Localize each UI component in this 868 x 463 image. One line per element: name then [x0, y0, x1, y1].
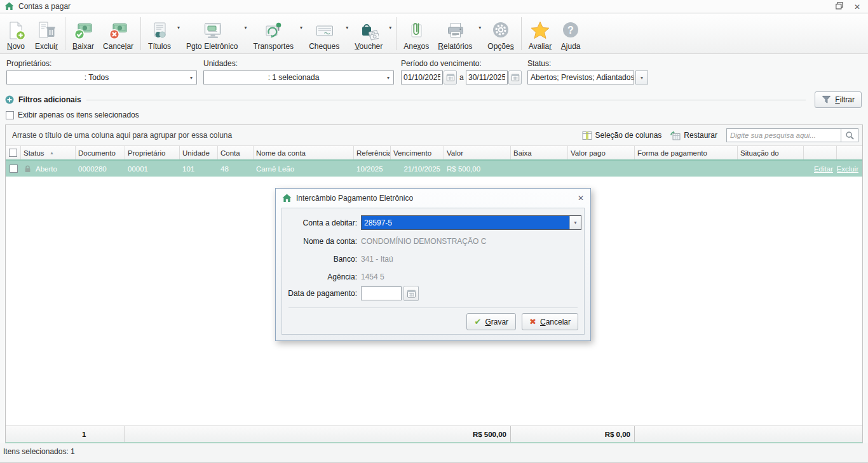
- novo-button[interactable]: Novo: [1, 14, 31, 53]
- data-pagamento-input[interactable]: [361, 286, 402, 300]
- column-header-documento[interactable]: Documento: [76, 146, 125, 159]
- conta-debitar-combobox[interactable]: 28597-5 ▾: [361, 215, 581, 230]
- status-dropdown-arrow[interactable]: ▾: [635, 70, 648, 84]
- voucher-dropdown-arrow[interactable]: ▾: [387, 14, 393, 41]
- calendar-icon[interactable]: [403, 286, 419, 301]
- transportes-icon: [263, 20, 283, 41]
- relatorios-button[interactable]: Relatórios: [433, 14, 477, 53]
- voucher-button[interactable]: Voucher: [350, 14, 387, 53]
- printer-icon: [445, 20, 465, 41]
- dialog-cancelar-button[interactable]: ✖ Cancelar: [522, 313, 578, 330]
- pgto-eletronico-dropdown-arrow[interactable]: ▾: [243, 14, 249, 41]
- show-selected-row: Exibir apenas os itens selecionados: [6, 109, 139, 121]
- unidades-combobox[interactable]: : 1 selecionada ▾: [203, 70, 394, 84]
- cheques-dropdown-arrow[interactable]: ▾: [344, 14, 350, 41]
- excluir-link[interactable]: Excluir: [837, 165, 858, 173]
- column-header-conta[interactable]: Conta: [218, 146, 254, 159]
- svg-text:?: ?: [567, 25, 574, 36]
- row-baixa: [511, 161, 568, 177]
- row-proprietario: 00001: [125, 161, 180, 177]
- search-icon[interactable]: [841, 129, 858, 142]
- toolbar-separator: [140, 17, 141, 50]
- home-icon: [282, 194, 292, 203]
- exibir-selecionados-checkbox[interactable]: [6, 111, 14, 119]
- new-page-icon: [6, 20, 26, 41]
- restore-window-button[interactable]: [836, 2, 843, 11]
- column-header-unidade[interactable]: Unidade: [180, 146, 218, 159]
- column-header-excluir: [837, 146, 862, 159]
- ajuda-button[interactable]: ? Ajuda: [556, 14, 585, 53]
- calendar-icon[interactable]: [508, 70, 522, 84]
- help-icon: ?: [560, 20, 581, 41]
- conta-debitar-label: Conta a debitar:: [282, 218, 357, 227]
- dialog-close-button[interactable]: ✕: [578, 194, 584, 203]
- titulos-dropdown-arrow[interactable]: ▾: [175, 14, 182, 41]
- column-header-nome-conta[interactable]: Nome da conta: [254, 146, 354, 159]
- grid-search-input[interactable]: [727, 129, 841, 142]
- dialog-body: Conta a debitar: 28597-5 ▾ Nome da conta…: [281, 208, 585, 335]
- group-by-bar[interactable]: Arraste o título de uma coluna aqui para…: [6, 125, 862, 146]
- periodo-conjunction: a: [459, 73, 464, 82]
- column-header-status[interactable]: Status▴: [21, 146, 76, 159]
- column-header-referencia[interactable]: Referência: [354, 146, 391, 159]
- avaliar-button[interactable]: Avaliar: [524, 14, 556, 53]
- column-header-baixa[interactable]: Baixa: [511, 146, 568, 159]
- select-all-checkbox[interactable]: [9, 149, 17, 157]
- banco-value: 341 - Itaú: [361, 255, 393, 264]
- column-header-vencimento[interactable]: Vencimento: [391, 146, 444, 159]
- delete-page-icon: [36, 20, 57, 41]
- filters-panel: Proprietários: : Todos ▾ Unidades: : 1 s…: [0, 55, 868, 93]
- periodo-ate-input[interactable]: [466, 70, 508, 84]
- row-situacao: [738, 161, 804, 177]
- gravar-button[interactable]: ✔ Gravar: [466, 313, 516, 330]
- filtros-adicionais-row: Filtros adicionais Filtrar: [5, 91, 862, 108]
- proprietarios-combobox[interactable]: : Todos ▾: [6, 70, 197, 84]
- row-checkbox[interactable]: [10, 164, 18, 173]
- periodo-de-input[interactable]: [401, 70, 443, 84]
- home-icon: [4, 2, 14, 11]
- exibir-selecionados-label: Exibir apenas os itens selecionados: [18, 111, 139, 119]
- cheques-button[interactable]: Cheques: [304, 14, 344, 53]
- expand-plus-icon[interactable]: [5, 95, 14, 104]
- transportes-button[interactable]: Transportes: [249, 14, 299, 53]
- row-documento: 0000280: [76, 161, 125, 177]
- row-valor-pago: [568, 161, 635, 177]
- titulos-button[interactable]: Títulos: [144, 14, 175, 53]
- calendar-icon[interactable]: [444, 70, 457, 84]
- grid-totals-row: 1 R$ 500,00 R$ 0,00: [6, 426, 862, 442]
- column-header-forma-pagamento[interactable]: Forma de pagamento: [635, 146, 738, 159]
- app-window: Contas a pagar ✕ Novo Excluir Baixar Can…: [0, 0, 868, 463]
- chevron-down-icon: ▾: [569, 216, 581, 229]
- row-vencimento: 21/10/2025: [391, 161, 444, 177]
- column-header-proprietario[interactable]: Proprietário: [125, 146, 180, 159]
- pgto-eletronico-button[interactable]: Pgto Eletrônico: [182, 14, 242, 53]
- cancelar-button[interactable]: Cancelar: [98, 14, 138, 53]
- anexos-button[interactable]: Anexos: [399, 14, 433, 53]
- restore-layout-button[interactable]: Restaurar: [670, 131, 717, 140]
- pay-check-icon: [73, 20, 93, 41]
- dialog-intercambio-pagamento: Intercâmbio Pagamento Eletrônico ✕ Conta…: [275, 188, 591, 341]
- transportes-dropdown-arrow[interactable]: ▾: [298, 14, 304, 41]
- column-chooser-button[interactable]: Seleção de colunas: [582, 131, 662, 140]
- column-header-situacao[interactable]: Situação do: [738, 146, 804, 159]
- relatorios-dropdown-arrow[interactable]: ▾: [477, 14, 483, 41]
- voucher-icon: [358, 20, 379, 41]
- filtros-adicionais-label[interactable]: Filtros adicionais: [18, 95, 81, 104]
- row-nome-conta: Carnê Leão: [254, 161, 354, 177]
- status-combobox[interactable]: Abertos; Previstos; Adiantados: [527, 70, 634, 84]
- grid-header-row: Status▴ Documento Proprietário Unidade C…: [6, 146, 862, 161]
- electronic-payment-icon: [202, 20, 222, 41]
- dialog-title-bar[interactable]: Intercâmbio Pagamento Eletrônico ✕: [276, 189, 590, 208]
- row-forma-pagamento: [635, 161, 738, 177]
- table-row-selected[interactable]: Aberto 0000280 00001 101 48 Carnê Leão 1…: [6, 161, 862, 177]
- opcoes-button[interactable]: Opções: [483, 14, 518, 53]
- close-window-button[interactable]: ✕: [854, 3, 860, 11]
- filtrar-button[interactable]: Filtrar: [815, 91, 862, 108]
- column-header-valor-pago[interactable]: Valor pago: [568, 146, 635, 159]
- nome-conta-label: Nome da conta:: [282, 237, 357, 246]
- baixar-button[interactable]: Baixar: [68, 14, 98, 53]
- editar-link[interactable]: Editar: [814, 165, 833, 173]
- excluir-button[interactable]: Excluir: [31, 14, 62, 53]
- column-header-valor[interactable]: Valor: [444, 146, 511, 159]
- window-title: Contas a pagar: [18, 2, 71, 11]
